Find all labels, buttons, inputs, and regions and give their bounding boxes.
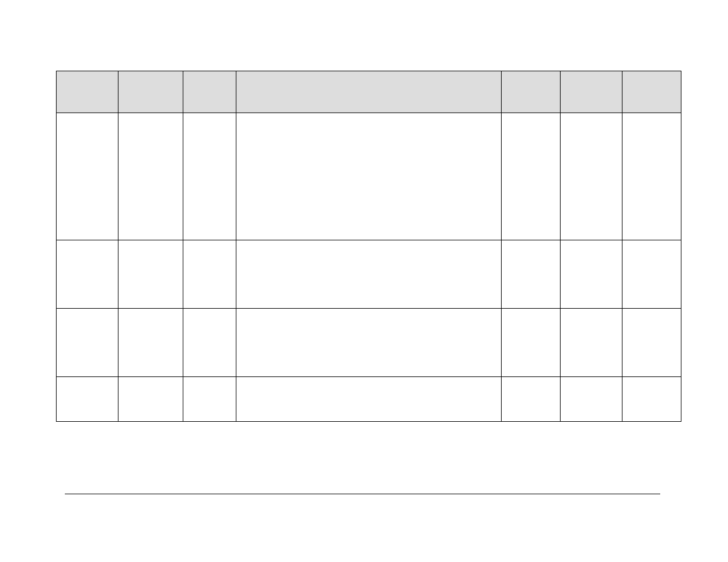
table-cell bbox=[561, 240, 622, 309]
cell-text bbox=[183, 113, 236, 240]
cell-text bbox=[183, 240, 236, 308]
table-cell bbox=[561, 377, 622, 422]
cell-text bbox=[57, 377, 118, 421]
cell-text bbox=[236, 377, 501, 421]
table-row bbox=[57, 309, 681, 377]
cell-text bbox=[236, 240, 501, 308]
cell-text bbox=[561, 240, 622, 308]
table-cell bbox=[118, 377, 183, 422]
table-cell bbox=[561, 113, 622, 240]
table-cell bbox=[622, 377, 681, 422]
table-cell bbox=[561, 309, 622, 377]
table-header-cell bbox=[622, 71, 681, 113]
table-cell bbox=[57, 309, 118, 377]
table-cell bbox=[183, 113, 236, 240]
table-header-cell bbox=[118, 71, 183, 113]
table-cell bbox=[236, 113, 502, 240]
footer-rule bbox=[65, 494, 660, 494]
table-cell bbox=[118, 113, 183, 240]
header-text bbox=[622, 71, 681, 113]
cell-text bbox=[183, 309, 236, 376]
table-cell bbox=[183, 377, 236, 422]
cell-text bbox=[57, 240, 118, 308]
cell-text bbox=[57, 113, 118, 240]
cell-text bbox=[118, 377, 183, 421]
header-text bbox=[236, 71, 501, 113]
cell-text bbox=[502, 309, 560, 376]
table-cell bbox=[57, 377, 118, 422]
table-row bbox=[57, 377, 681, 422]
cell-text bbox=[622, 113, 681, 240]
cell-text bbox=[118, 309, 183, 376]
table-cell bbox=[236, 240, 502, 309]
data-table bbox=[56, 71, 681, 422]
table-cell bbox=[57, 113, 118, 240]
table-cell bbox=[118, 309, 183, 377]
cell-text bbox=[502, 240, 560, 308]
cell-text bbox=[561, 377, 622, 421]
header-text bbox=[57, 71, 118, 113]
table-cell bbox=[622, 113, 681, 240]
table-header-cell bbox=[183, 71, 236, 113]
table-cell bbox=[622, 240, 681, 309]
table-row bbox=[57, 240, 681, 309]
table-cell bbox=[183, 309, 236, 377]
cell-text bbox=[118, 240, 183, 308]
header-text bbox=[118, 71, 183, 113]
table-cell bbox=[118, 240, 183, 309]
cell-text bbox=[502, 113, 560, 240]
cell-text bbox=[57, 309, 118, 376]
header-text bbox=[561, 71, 622, 113]
table-header-cell bbox=[236, 71, 502, 113]
table-cell bbox=[502, 113, 561, 240]
table-cell bbox=[236, 377, 502, 422]
cell-text bbox=[622, 309, 681, 376]
cell-text bbox=[502, 377, 560, 421]
table-cell bbox=[236, 309, 502, 377]
cell-text bbox=[622, 377, 681, 421]
cell-text bbox=[561, 113, 622, 240]
cell-text bbox=[622, 240, 681, 308]
cell-text bbox=[118, 113, 183, 240]
table-cell bbox=[622, 309, 681, 377]
table-cell bbox=[502, 240, 561, 309]
cell-text bbox=[183, 377, 236, 421]
cell-text bbox=[236, 309, 501, 376]
cell-text bbox=[561, 309, 622, 376]
header-text bbox=[183, 71, 236, 113]
cell-text bbox=[236, 113, 501, 240]
header-text bbox=[502, 71, 560, 113]
table-cell bbox=[57, 240, 118, 309]
table-header-cell bbox=[502, 71, 561, 113]
table-cell bbox=[183, 240, 236, 309]
table-header-cell bbox=[561, 71, 622, 113]
table-header-cell bbox=[57, 71, 118, 113]
table-cell bbox=[502, 309, 561, 377]
table-header-row bbox=[57, 71, 681, 113]
table-cell bbox=[502, 377, 561, 422]
page-content bbox=[56, 71, 681, 422]
table-row bbox=[57, 113, 681, 240]
